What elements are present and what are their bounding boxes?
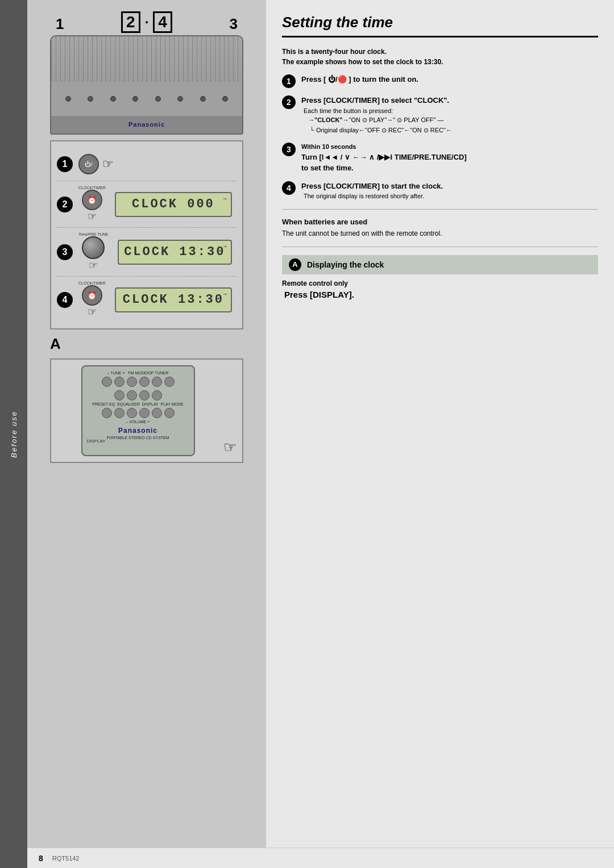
step-label-2: 2 bbox=[121, 11, 140, 33]
step-circle-right-4: 4 bbox=[282, 181, 296, 195]
remote-btn-7 bbox=[114, 390, 125, 400]
remote-btn-15 bbox=[152, 408, 162, 418]
section-a-label: A bbox=[50, 335, 61, 352]
hand-step3: ☞ bbox=[89, 259, 98, 272]
remote-btn-8 bbox=[127, 390, 137, 400]
divider-2 bbox=[282, 247, 598, 247]
device-btn-1 bbox=[65, 96, 71, 102]
remote-btn-9 bbox=[139, 390, 150, 400]
step-text-2: Press [CLOCK/TIMER] to select "CLOCK". E… bbox=[301, 95, 452, 135]
clock-timer-label-4: CLOCK/TIMER bbox=[78, 281, 106, 285]
remote-btn-3 bbox=[127, 377, 137, 387]
power-button-icon: ⏻/ bbox=[78, 154, 99, 174]
device-btn-4 bbox=[132, 96, 138, 102]
remote-brand: Panasonic bbox=[118, 427, 157, 435]
device-panel bbox=[51, 82, 242, 116]
intro-block: This is a twenty-four hour clock. The ex… bbox=[282, 47, 598, 67]
right-instructions-panel: Setting the time This is a twenty-four h… bbox=[266, 0, 614, 848]
device-image: Panasonic bbox=[50, 35, 243, 135]
remote-container: – TUNE + FM MODE/OP TUNER bbox=[50, 358, 243, 463]
hand-step2: ☞ bbox=[88, 210, 97, 223]
lcd-display-step2: CLOCK 000 ⇨ bbox=[115, 192, 232, 217]
step-row-4: 4 CLOCK/TIMER ⏰ ☞ CLOCK 13:30 ⇨ bbox=[57, 277, 237, 323]
lcd-text-step3: CLOCK 13:30 bbox=[124, 245, 225, 259]
device-grill bbox=[51, 36, 242, 82]
instruction-step-4: 4 Press [CLOCK/TIMER] to start the clock… bbox=[282, 181, 598, 201]
battery-title: When batteries are used bbox=[282, 218, 598, 226]
remote-btn-12 bbox=[114, 408, 125, 418]
time-label: Time/PRE TUNE bbox=[78, 232, 109, 236]
page-title: Setting the time bbox=[282, 14, 598, 37]
step-numbers-top: 1 2 · 4 3 bbox=[50, 11, 243, 33]
sidebar: Before use bbox=[0, 0, 27, 868]
page-footer: 8 RQT5142 bbox=[27, 848, 614, 868]
remote-btn-14 bbox=[139, 408, 150, 418]
step-circle-right-3: 3 bbox=[282, 143, 296, 156]
instruction-step-3: 3 Within 10 seconds Turn [I◄◄ / ∨ ←→ ∧ /… bbox=[282, 142, 598, 174]
device-brand: Panasonic bbox=[128, 121, 165, 128]
remote-bottom-buttons bbox=[102, 408, 175, 418]
step2-sub: Each time the button is pressed: bbox=[304, 106, 452, 116]
instruction-step-1: 1 Press [ ⏻/🔴 ] to turn the unit on. bbox=[282, 74, 598, 88]
step-circle-3: 3 bbox=[57, 244, 73, 260]
remote-btn-1 bbox=[102, 377, 112, 387]
intro-line1: This is a twenty-four hour clock. bbox=[282, 47, 598, 57]
section-a-box: A Displaying the clock bbox=[282, 255, 598, 274]
remote-btn-4 bbox=[139, 377, 150, 387]
device-btn-8 bbox=[222, 96, 228, 102]
remote-btn-16 bbox=[164, 408, 175, 418]
battery-text: The unit cannot be turned on with the re… bbox=[282, 228, 598, 239]
hand-step4: ☞ bbox=[88, 306, 97, 318]
remote-mid-buttons bbox=[114, 390, 162, 400]
remote-btn-2 bbox=[114, 377, 125, 387]
battery-section: When batteries are used The unit cannot … bbox=[282, 218, 598, 239]
press-display-text: Press [DISPLAY]. bbox=[284, 290, 354, 299]
step-circle-1: 1 bbox=[57, 156, 73, 172]
steps-diagram: 1 ⏻/ ☞ 2 CLOCK/TIMER ⏰ bbox=[50, 140, 243, 329]
section-a-title: Displaying the clock bbox=[307, 260, 384, 269]
device-btn-2 bbox=[88, 96, 93, 102]
step-row-2: 2 CLOCK/TIMER ⏰ ☞ CLOCK 000 ⇨ bbox=[57, 181, 237, 228]
device-btn-7 bbox=[200, 96, 206, 102]
clock-timer-label: CLOCK/TIMER bbox=[78, 186, 106, 190]
lcd-text-step4: CLOCK 13:30 bbox=[123, 293, 224, 307]
sidebar-label: Before use bbox=[10, 411, 18, 458]
instruction-step-2: 2 Press [CLOCK/TIMER] to select "CLOCK".… bbox=[282, 95, 598, 135]
divider-1 bbox=[282, 209, 598, 210]
step-row-3: 3 Time/PRE TUNE ☞ CLOCK 13:30 ⇨ bbox=[57, 228, 237, 277]
step-text-1: Press [ ⏻/🔴 ] to turn the unit on. bbox=[301, 74, 418, 85]
step-circle-2: 2 bbox=[57, 197, 73, 212]
device-btn-6 bbox=[177, 96, 183, 102]
tune-knob-icon bbox=[82, 236, 105, 259]
remote-diagram: – TUNE + FM MODE/OP TUNER bbox=[81, 365, 195, 456]
device-display-bar: Panasonic bbox=[51, 116, 242, 133]
step-label-dot: · bbox=[145, 14, 149, 30]
section-a-letter: A bbox=[289, 258, 301, 271]
step-label-3: 3 bbox=[230, 15, 238, 33]
step-label-1: 1 bbox=[56, 15, 64, 33]
step3-prefix: Within 10 seconds bbox=[301, 142, 467, 152]
device-btn-5 bbox=[155, 96, 161, 102]
step-circle-4: 4 bbox=[57, 292, 73, 308]
hand-remote: ☞ bbox=[223, 439, 237, 456]
remote-btn-10 bbox=[152, 390, 162, 400]
step2-arrow2: └ Original display←"OFF ⊙ REC"←"ON ⊙ REC… bbox=[308, 126, 452, 136]
step4-sub: The original display is restored shortly… bbox=[304, 191, 443, 201]
remote-only-label: Remote control only bbox=[282, 279, 348, 287]
clock-timer-icon-4: ⏰ bbox=[82, 285, 102, 306]
step2-arrow1: →"CLOCK"→"ON ⊙ PLAY"→" ⊙ PLAY OFF" — bbox=[308, 115, 452, 126]
step-row-1: 1 ⏻/ ☞ bbox=[57, 147, 237, 181]
page-code: RQT5142 bbox=[52, 855, 80, 862]
page-number: 8 bbox=[39, 854, 43, 863]
clock-timer-icon: ⏰ bbox=[82, 190, 102, 210]
hand-step1: ☞ bbox=[102, 157, 114, 172]
lcd-display-step4: CLOCK 13:30 ⇨ bbox=[115, 287, 232, 312]
remote-top-buttons bbox=[102, 377, 175, 387]
remote-btn-11 bbox=[102, 408, 112, 418]
device-btn-3 bbox=[110, 96, 116, 102]
remote-btn-5 bbox=[152, 377, 162, 387]
remote-btn-13 bbox=[127, 408, 137, 418]
lcd-text-step2: CLOCK 000 bbox=[132, 197, 215, 211]
display-btn-label: DISPLAY bbox=[87, 439, 106, 444]
intro-line2: The example shows how to set the clock t… bbox=[282, 57, 598, 67]
